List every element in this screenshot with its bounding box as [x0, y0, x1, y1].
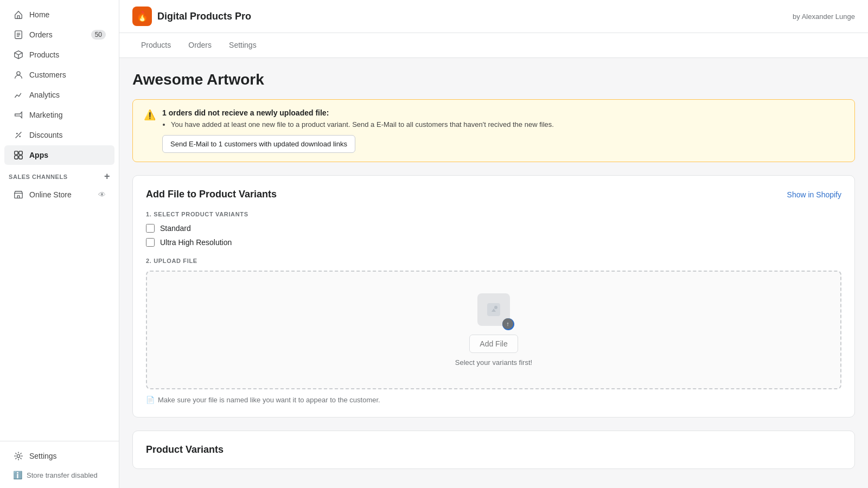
- store-transfer-icon: ℹ️: [13, 471, 22, 479]
- step2-section: 2. UPLOAD FILE ↑ Add File Se: [146, 258, 841, 404]
- sidebar-item-products[interactable]: Products: [4, 45, 114, 65]
- app-icon: 🔥: [132, 7, 152, 26]
- upload-placeholder-icon: ↑: [477, 293, 510, 326]
- sidebar-nav: Home Orders 50 Products Customers Anal: [0, 0, 119, 441]
- sidebar-item-analytics-label: Analytics: [29, 91, 106, 99]
- variant-standard-checkbox[interactable]: [146, 224, 155, 233]
- tabs: Products Orders Settings: [119, 33, 868, 58]
- products-icon: [13, 49, 24, 60]
- svg-rect-6: [15, 156, 18, 159]
- app-header: 🔥 Digital Products Pro by Alexander Lung…: [119, 0, 868, 33]
- page-content: Awesome Artwork ⚠️ 1 orders did not reci…: [119, 58, 868, 488]
- orders-badge: 50: [91, 30, 106, 40]
- apps-icon: [13, 150, 24, 160]
- upload-arrow-icon: ↑: [502, 318, 513, 329]
- sidebar-item-online-store[interactable]: Online Store 👁: [4, 185, 114, 204]
- store-transfer-label: Store transfer disabled: [27, 471, 98, 479]
- main-content: 🔥 Digital Products Pro by Alexander Lung…: [119, 0, 868, 488]
- online-store-icon: [13, 189, 24, 200]
- online-store-visibility-icon[interactable]: 👁: [98, 190, 106, 199]
- page-title: Awesome Artwork: [132, 71, 855, 88]
- sidebar-item-settings[interactable]: Settings: [4, 446, 114, 466]
- svg-point-1: [17, 72, 20, 75]
- sidebar-item-online-store-label: Online Store: [29, 190, 93, 199]
- warning-icon: ⚠️: [144, 109, 156, 121]
- send-email-button[interactable]: Send E-Mail to 1 customers with updated …: [162, 135, 355, 153]
- sidebar-item-apps[interactable]: Apps: [4, 145, 114, 165]
- analytics-icon: [13, 89, 24, 100]
- warning-list-item: You have added at least one new file to …: [171, 120, 844, 129]
- svg-rect-4: [15, 151, 18, 155]
- sidebar-item-customers-label: Customers: [29, 70, 106, 79]
- sidebar-item-home-label: Home: [29, 10, 106, 19]
- settings-icon: [13, 451, 24, 461]
- svg-rect-7: [19, 156, 22, 159]
- show-in-shopify-link[interactable]: Show in Shopify: [787, 190, 841, 199]
- sidebar-item-discounts[interactable]: Discounts: [4, 125, 114, 145]
- warning-content: 1 orders did not recieve a newly uploade…: [162, 108, 844, 153]
- step1-label: 1. SELECT PRODUCT VARIANTS: [146, 211, 841, 217]
- step1-section: 1. SELECT PRODUCT VARIANTS Standard Ultr…: [146, 211, 841, 247]
- file-hint-icon: 📄: [146, 396, 155, 404]
- warning-text: You have added at least one new file to …: [162, 120, 844, 129]
- upload-icon-area: ↑: [477, 293, 510, 326]
- add-file-card: Add File to Product Variants Show in Sho…: [132, 175, 855, 418]
- app-author: by Alexander Lunge: [793, 12, 855, 21]
- variant-standard-label[interactable]: Standard: [160, 224, 191, 233]
- add-file-button[interactable]: Add File: [469, 335, 518, 353]
- app-title-area: 🔥 Digital Products Pro: [132, 7, 251, 26]
- sidebar-item-marketing[interactable]: Marketing: [4, 105, 114, 125]
- sidebar-item-marketing-label: Marketing: [29, 111, 106, 119]
- sidebar-item-orders[interactable]: Orders 50: [4, 25, 114, 44]
- tab-settings[interactable]: Settings: [220, 33, 265, 58]
- upload-area[interactable]: ↑ Add File Select your variants first!: [146, 271, 841, 389]
- sidebar-item-analytics[interactable]: Analytics: [4, 85, 114, 105]
- sidebar-bottom: Settings ℹ️ Store transfer disabled: [0, 441, 119, 488]
- orders-icon: [13, 29, 24, 40]
- sidebar: Home Orders 50 Products Customers Anal: [0, 0, 119, 488]
- customers-icon: [13, 69, 24, 80]
- file-hint-text: Make sure your file is named like you wa…: [158, 396, 380, 404]
- variant-ultra-label[interactable]: Ultra High Resolution: [160, 238, 232, 247]
- tab-orders[interactable]: Orders: [180, 33, 220, 58]
- sidebar-item-orders-label: Orders: [29, 30, 86, 39]
- variant-ultra-high-resolution: Ultra High Resolution: [146, 238, 841, 247]
- card-header: Add File to Product Variants Show in Sho…: [146, 189, 841, 200]
- store-transfer[interactable]: ℹ️ Store transfer disabled: [4, 466, 114, 484]
- variant-ultra-checkbox[interactable]: [146, 238, 155, 247]
- app-title: Digital Products Pro: [157, 11, 251, 22]
- svg-point-8: [17, 454, 20, 457]
- add-file-card-title: Add File to Product Variants: [146, 189, 277, 200]
- sidebar-item-products-label: Products: [29, 50, 106, 59]
- svg-rect-5: [19, 151, 22, 155]
- home-icon: [13, 9, 24, 20]
- app-icon-emoji: 🔥: [136, 10, 148, 22]
- product-variants-title: Product Variants: [146, 444, 224, 455]
- tab-products[interactable]: Products: [132, 33, 180, 58]
- sidebar-item-settings-label: Settings: [29, 452, 106, 460]
- sidebar-item-customers[interactable]: Customers: [4, 65, 114, 85]
- add-sales-channel-button[interactable]: +: [104, 171, 110, 182]
- marketing-icon: [13, 110, 24, 120]
- svg-point-10: [494, 306, 497, 309]
- sidebar-item-home[interactable]: Home: [4, 5, 114, 24]
- warning-banner: ⚠️ 1 orders did not recieve a newly uplo…: [132, 99, 855, 162]
- sidebar-item-discounts-label: Discounts: [29, 131, 106, 139]
- file-hint: 📄 Make sure your file is named like you …: [146, 396, 841, 404]
- discounts-icon: [13, 130, 24, 140]
- sidebar-item-apps-label: Apps: [29, 151, 106, 159]
- upload-hint: Select your variants first!: [455, 358, 532, 367]
- product-variants-card: Product Variants: [132, 431, 855, 469]
- variant-standard: Standard: [146, 224, 841, 233]
- warning-title: 1 orders did not recieve a newly uploade…: [162, 108, 844, 117]
- sales-channels-title: SALES CHANNELS +: [0, 165, 119, 184]
- svg-point-3: [19, 136, 21, 137]
- step2-label: 2. UPLOAD FILE: [146, 258, 841, 264]
- svg-point-2: [16, 133, 18, 134]
